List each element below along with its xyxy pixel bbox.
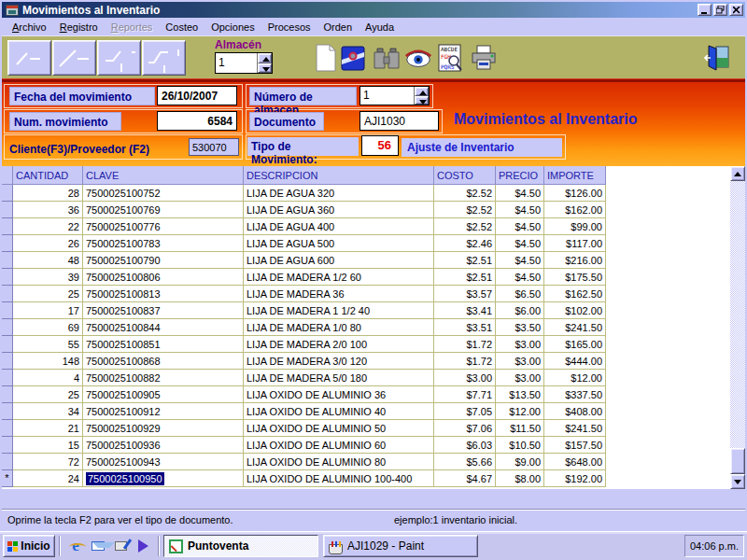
grid-cell-cantidad[interactable]: 25	[13, 386, 83, 403]
menu-item-ayuda[interactable]: Ayuda	[359, 20, 401, 35]
row-selector[interactable]	[2, 437, 13, 454]
grid-cell-precio[interactable]: $8.00	[496, 470, 544, 487]
grid-cell-precio[interactable]: $12.00	[496, 403, 544, 420]
grid-cell-cantidad[interactable]: 25	[13, 286, 83, 302]
grid-cell-precio[interactable]: $4.50	[496, 269, 544, 286]
task-button-paint[interactable]: AJI1029 - Paint	[323, 535, 478, 557]
grid-cell-precio[interactable]: $11.50	[496, 420, 544, 437]
grid-cell-costo[interactable]: $2.52	[434, 218, 496, 235]
grid-cell-precio[interactable]: $4.50	[496, 185, 544, 202]
grid-cell-descripcion[interactable]: LIJA DE MADERA 1 1/2 40	[244, 302, 434, 319]
grid-cell-clave[interactable]: 7500025100806	[83, 269, 244, 286]
grid-cell-cantidad[interactable]: 36	[13, 202, 83, 218]
new-document-icon[interactable]	[311, 43, 341, 73]
grid-cell-descripcion[interactable]: LIJA DE AGUA 320	[244, 185, 434, 202]
preview-eye-icon[interactable]	[403, 43, 433, 73]
menu-item-registro[interactable]: Registro	[53, 20, 105, 35]
grid-cell-costo[interactable]: $3.57	[434, 286, 496, 302]
grid-cell-precio[interactable]: $4.50	[496, 235, 544, 252]
row-selector[interactable]	[2, 286, 13, 302]
grid-cell-clave[interactable]: 7500025100912	[83, 403, 244, 420]
menu-item-archivo[interactable]: Archivo	[6, 20, 53, 35]
table-row[interactable]: *247500025100950LIJA OXIDO DE ALUMINIO 1…	[2, 470, 606, 487]
fecha-input[interactable]: 26/10/2007	[157, 86, 237, 105]
grid-cell-clave[interactable]: 7500025100837	[83, 302, 244, 319]
grid-cell-descripcion[interactable]: LIJA OXIDO DE ALUMINIO 100-400	[244, 470, 434, 487]
column-header-importe[interactable]: IMPORTE	[544, 166, 606, 185]
table-row[interactable]: 257500025100905LIJA OXIDO DE ALUMINIO 36…	[2, 386, 606, 403]
minimize-button[interactable]	[698, 4, 712, 16]
grid-cell-precio[interactable]: $4.50	[496, 202, 544, 218]
table-row[interactable]: 557500025100851LIJA DE MADERA 2/0 100$1.…	[2, 336, 606, 353]
grid-cell-descripcion[interactable]: LIJA DE MADERA 5/0 180	[244, 370, 434, 386]
num-almacen-spinner[interactable]: 1	[359, 86, 430, 105]
grid-cell-importe[interactable]: $444.00	[544, 353, 606, 370]
grid-cell-descripcion[interactable]: LIJA DE MADERA 1/0 80	[244, 319, 434, 336]
grid-cell-clave[interactable]: 7500025100783	[83, 235, 244, 252]
menu-item-reportes[interactable]: Reportes	[105, 20, 160, 35]
grid-cell-importe[interactable]: $337.50	[544, 386, 606, 403]
grid-cell-costo[interactable]: $2.51	[434, 269, 496, 286]
scroll-up-button[interactable]	[730, 166, 745, 181]
search-binoculars-icon[interactable]	[372, 43, 402, 73]
table-row[interactable]: 287500025100752LIJA DE AGUA 320$2.52$4.5…	[2, 185, 606, 202]
grid-cell-cantidad[interactable]: 17	[13, 302, 83, 319]
grid-cell-precio[interactable]: $3.50	[496, 319, 544, 336]
nav-last-button[interactable]	[142, 40, 186, 76]
grid-cell-clave[interactable]: 7500025100790	[83, 252, 244, 269]
grid-cell-descripcion[interactable]: LIJA OXIDO DE ALUMINIO 60	[244, 437, 434, 454]
close-button[interactable]	[729, 4, 743, 16]
row-selector[interactable]	[2, 336, 13, 353]
row-selector[interactable]	[2, 454, 13, 470]
grid-cell-cantidad[interactable]: 24	[13, 470, 83, 487]
column-header-clave[interactable]: CLAVE	[83, 166, 244, 185]
grid-cell-costo[interactable]: $3.00	[434, 370, 496, 386]
grid-cell-descripcion[interactable]: LIJA DE MADERA 2/0 100	[244, 336, 434, 353]
grid-cell-importe[interactable]: $216.00	[544, 252, 606, 269]
start-button[interactable]: Inicio	[3, 535, 55, 557]
grid-cell-costo[interactable]: $3.41	[434, 302, 496, 319]
scroll-down-button[interactable]	[730, 474, 745, 489]
spin-up-button[interactable]	[415, 87, 429, 96]
num-movimiento-input[interactable]: 6584	[157, 111, 237, 131]
grid-cell-costo[interactable]: $7.06	[434, 420, 496, 437]
grid-cell-descripcion[interactable]: LIJA DE AGUA 600	[244, 252, 434, 269]
grid-cell-clave[interactable]: 7500025100752	[83, 185, 244, 202]
tipo-movimiento-code-input[interactable]: 56	[361, 135, 399, 156]
grid-cell-importe[interactable]: $241.50	[544, 420, 606, 437]
grid-cell-cantidad[interactable]: 15	[13, 437, 83, 454]
grid-cell-descripcion[interactable]: LIJA OXIDO DE ALUMINIO 36	[244, 386, 434, 403]
table-row[interactable]: 267500025100783LIJA DE AGUA 500$2.46$4.5…	[2, 235, 606, 252]
grid-cell-cantidad[interactable]: 28	[13, 185, 83, 202]
grid-cell-descripcion[interactable]: LIJA OXIDO DE ALUMINIO 40	[244, 403, 434, 420]
grid-cell-cantidad[interactable]: 48	[13, 252, 83, 269]
grid-cell-descripcion[interactable]: LIJA DE MADERA 1/2 60	[244, 269, 434, 286]
grid-cell-importe[interactable]: $102.00	[544, 302, 606, 319]
scrollbar-thumb[interactable]	[730, 448, 745, 474]
grid-cell-importe[interactable]: $648.00	[544, 454, 606, 470]
table-row[interactable]: 347500025100912LIJA OXIDO DE ALUMINIO 40…	[2, 403, 606, 420]
row-selector[interactable]	[2, 202, 13, 218]
grid-cell-clave[interactable]: 7500025100769	[83, 202, 244, 218]
grid-cell-cantidad[interactable]: 21	[13, 420, 83, 437]
grid-cell-precio[interactable]: $9.00	[496, 454, 544, 470]
spin-down-button[interactable]	[258, 63, 272, 74]
grid-cell-descripcion[interactable]: LIJA OXIDO DE ALUMINIO 80	[244, 454, 434, 470]
table-row[interactable]: 157500025100936LIJA OXIDO DE ALUMINIO 60…	[2, 437, 606, 454]
row-selector[interactable]	[2, 269, 13, 286]
menu-item-orden[interactable]: Orden	[317, 20, 359, 35]
grid-cell-importe[interactable]: $162.00	[544, 202, 606, 218]
num-almacen-value[interactable]: 1	[360, 87, 414, 105]
grid-cell-cantidad[interactable]: 55	[13, 336, 83, 353]
grid-cell-clave[interactable]: 7500025100943	[83, 454, 244, 470]
row-selector[interactable]	[2, 252, 13, 269]
menu-item-opciones[interactable]: Opciones	[204, 20, 261, 35]
grid-cell-clave[interactable]: 7500025100851	[83, 336, 244, 353]
task-button-puntoventa[interactable]: Puntoventa	[163, 535, 318, 557]
grid-cell-importe[interactable]: $241.50	[544, 319, 606, 336]
vertical-scrollbar[interactable]	[730, 166, 745, 489]
grid-cell-importe[interactable]: $126.00	[544, 185, 606, 202]
table-row[interactable]: 177500025100837LIJA DE MADERA 1 1/2 40$3…	[2, 302, 606, 319]
grid-cell-costo[interactable]: $5.66	[434, 454, 496, 470]
table-row[interactable]: 397500025100806LIJA DE MADERA 1/2 60$2.5…	[2, 269, 606, 286]
